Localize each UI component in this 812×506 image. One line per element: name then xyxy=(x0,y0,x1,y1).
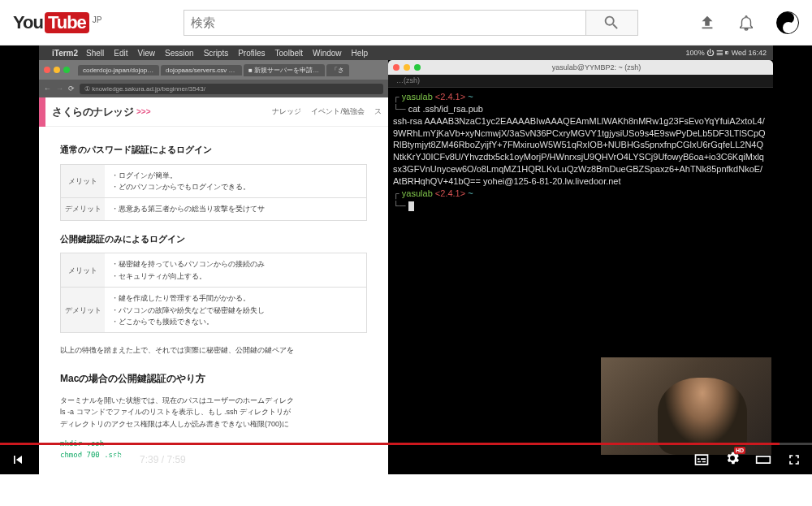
ssh-key-output: ssh-rsa AAAAB3NzaC1yc2EAAAABIwAAAQEAmMLl… xyxy=(393,115,768,188)
merit-cell: ・秘密鍵を持っているパソコンからの接続のみ ・セキュリティが向上する。 xyxy=(105,253,366,287)
logo-you-text: You xyxy=(13,12,43,33)
section1-title: 通常のパスワード認証によるログイン xyxy=(60,143,367,158)
demerit-cell: ・鍵を作成したり管理する手間がかかる。 ・パソコンの故障や紛失などで秘密鍵を紛失… xyxy=(105,288,366,332)
article-body: 通常のパスワード認証によるログイン メリット ・ログインが簡単。 ・どのパソコン… xyxy=(39,127,388,471)
prompt-user: yasulab xyxy=(402,92,433,102)
merit-cell: ・ログインが簡単。 ・どのパソコンからでもログインできる。 xyxy=(105,165,366,198)
controls-right: HD xyxy=(693,450,802,469)
prompt-version: <2.4.1> xyxy=(435,188,465,198)
nav-events[interactable]: イベント/勉強会 xyxy=(311,106,365,117)
macos-menubar: iTerm2 Shell Edit View Session Scripts P… xyxy=(39,45,773,60)
reload-icon[interactable]: ⟳ xyxy=(68,84,75,93)
table-1: メリット ・ログインが簡単。 ・どのパソコンからでもログインできる。 デメリット… xyxy=(60,164,367,221)
minimize-icon[interactable] xyxy=(404,64,410,71)
time-display: 7:39 / 7:59 xyxy=(140,454,186,465)
minimize-icon[interactable] xyxy=(54,67,60,73)
url-field[interactable]: ① knowledge.sakura.ad.jp/beginner/3543/ xyxy=(80,84,383,94)
bell-icon[interactable] xyxy=(737,14,755,32)
demerit-header: デメリット xyxy=(61,198,105,219)
close-icon[interactable] xyxy=(393,64,400,71)
menu-edit: Edit xyxy=(114,49,127,58)
section3-title: Macの場合の公開鍵認証のやり方 xyxy=(60,371,367,387)
merit-header: メリット xyxy=(61,165,105,198)
app-name: iTerm2 xyxy=(52,49,78,58)
previous-icon[interactable] xyxy=(10,452,26,468)
logo-chevrons: >>> xyxy=(136,107,151,116)
p2b: ls -a コマンドでファイルのリストを表示し、もし .ssh ディレクトリが xyxy=(60,408,291,416)
menu-help: Help xyxy=(352,49,369,58)
menu-shell: Shell xyxy=(86,49,104,58)
menu-view: View xyxy=(138,49,156,58)
window-controls xyxy=(44,67,70,73)
tab-3[interactable]: ■ 新規サーバーを申請するため… xyxy=(244,64,325,76)
logo-tube-text: Tube xyxy=(45,12,89,33)
close-icon[interactable] xyxy=(44,67,50,73)
site-header: さくらのナレッジ >>> ナレッジ イベント/勉強会 ス xyxy=(39,97,388,127)
demerit-header: デメリット xyxy=(61,288,105,332)
upload-icon[interactable] xyxy=(698,14,716,32)
table-row: メリット ・ログインが簡単。 ・どのパソコンからでもログインできる。 xyxy=(61,165,366,199)
header-actions xyxy=(698,11,799,34)
play-icon[interactable] xyxy=(41,448,63,471)
paragraph: 以上の特徴を踏まえた上で、それでは実際に秘密鍵、公開鍵の鍵ペアを xyxy=(60,344,367,356)
tab-4[interactable]: 「さ xyxy=(326,64,349,76)
menu-window: Window xyxy=(313,49,342,58)
terminal-command: cat .ssh/id_rsa.pub xyxy=(408,104,483,114)
site-logo[interactable]: さくらのナレッジ xyxy=(52,105,133,119)
merit-header: メリット xyxy=(61,253,105,287)
mac-menus: Shell Edit View Session Scripts Profiles… xyxy=(86,49,368,58)
section2-title: 公開鍵認証のみによるログイン xyxy=(60,232,367,247)
browser-window: coderdojo-japan/dojopaas: dojopaas/serve… xyxy=(39,60,388,474)
table-row: メリット ・秘密鍵を持っているパソコンからの接続のみ ・セキュリティが向上する。 xyxy=(61,253,366,288)
table-2: メリット ・秘密鍵を持っているパソコンからの接続のみ ・セキュリティが向上する。… xyxy=(60,253,367,333)
page-content: さくらのナレッジ >>> ナレッジ イベント/勉強会 ス 通常のパスワード認証に… xyxy=(39,97,388,474)
maximize-icon[interactable] xyxy=(414,64,421,71)
menu-scripts: Scripts xyxy=(204,49,229,58)
prompt-path: ~ xyxy=(468,92,473,102)
maximize-icon[interactable] xyxy=(63,67,70,73)
browser-tabs: coderdojo-japan/dojopaas: dojopaas/serve… xyxy=(39,60,388,80)
prompt-user: yasulab xyxy=(402,188,433,198)
youtube-header: You Tube JP xyxy=(0,0,812,45)
subtitles-icon[interactable] xyxy=(693,452,710,468)
p2a: ターミナルを開いた状態では、現在のパスはユーザーのホームディレク xyxy=(60,396,294,404)
settings-button[interactable]: HD xyxy=(724,450,741,469)
theater-icon[interactable] xyxy=(755,452,771,468)
tab-2[interactable]: dojopaas/servers.csv at mast… xyxy=(161,65,242,76)
webcam-overlay xyxy=(601,357,771,455)
time-current: 7:39 xyxy=(140,454,158,465)
time-total: 7:59 xyxy=(166,454,185,465)
search-form xyxy=(184,10,638,36)
forward-icon[interactable]: → xyxy=(56,84,63,93)
demerit-cell: ・悪意ある第三者からの総当り攻撃を受けてサ xyxy=(105,198,366,219)
terminal-output[interactable]: ┌ yasulab <2.4.1> ~ └─ cat .ssh/id_rsa.p… xyxy=(388,88,773,214)
volume-icon[interactable] xyxy=(109,452,125,468)
search-input[interactable] xyxy=(184,10,586,36)
player-controls: 7:39 / 7:59 HD xyxy=(0,445,812,474)
table-row: デメリット ・鍵を作成したり管理する手間がかかる。 ・パソコンの故障や紛失などで… xyxy=(61,288,366,332)
hd-badge: HD xyxy=(734,447,745,454)
prompt-path: ~ xyxy=(468,188,473,198)
terminal-tab[interactable]: …(zsh) xyxy=(388,75,773,88)
avatar[interactable] xyxy=(776,11,799,34)
cursor xyxy=(408,201,414,211)
youtube-logo[interactable]: You Tube JP xyxy=(13,12,102,33)
next-icon[interactable] xyxy=(78,452,94,468)
fullscreen-icon[interactable] xyxy=(786,452,802,468)
brand-accent xyxy=(39,97,45,127)
site-nav: ナレッジ イベント/勉強会 ス xyxy=(272,106,388,117)
p2c: ディレクトリのアクセス権限は本人しか読み書きできない権限(700)に xyxy=(60,420,289,428)
back-icon[interactable]: ← xyxy=(44,84,51,93)
nav-knowledge[interactable]: ナレッジ xyxy=(272,106,301,117)
tab-1[interactable]: coderdojo-japan/dojopaas: xyxy=(78,65,159,76)
search-button[interactable] xyxy=(586,10,638,36)
menu-session: Session xyxy=(165,49,194,58)
terminal-titlebar: yasulab@YYMBP2: ~ (zsh) xyxy=(388,60,773,75)
terminal-title: yasulab@YYMBP2: ~ (zsh) xyxy=(425,63,768,71)
video-player: iTerm2 Shell Edit View Session Scripts P… xyxy=(0,45,812,474)
nav-more[interactable]: ス xyxy=(374,106,382,117)
table-row: デメリット ・悪意ある第三者からの総当り攻撃を受けてサ xyxy=(61,198,366,219)
menu-toolbelt: Toolbelt xyxy=(275,49,303,58)
menubar-right: 100% ⏻ ☰ ◧ Wed 16:42 xyxy=(686,49,767,57)
search-icon xyxy=(603,14,620,32)
